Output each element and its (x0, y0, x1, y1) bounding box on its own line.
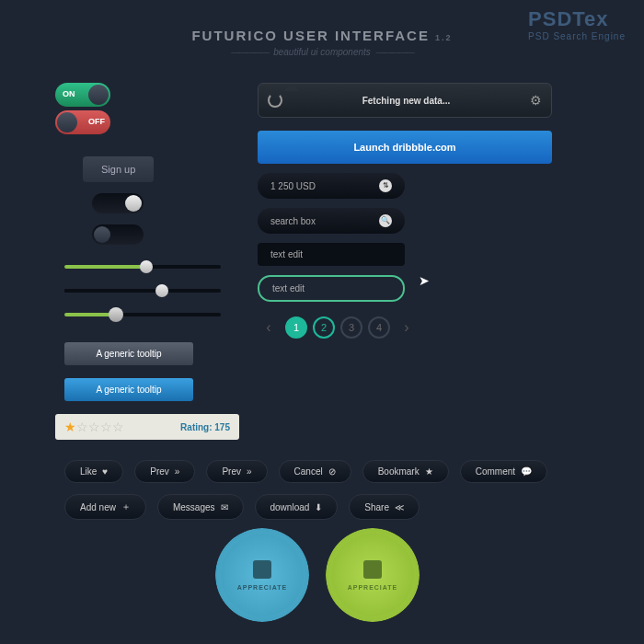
brand-logo: PSDTexPSD Search Engine (528, 7, 626, 41)
comment-button[interactable]: Comment💬 (460, 460, 547, 483)
page-next[interactable]: › (396, 316, 418, 339)
cursor-icon: ➤ (419, 273, 430, 288)
thumb-icon (363, 560, 382, 579)
text-edit-2[interactable]: text edit (258, 275, 405, 302)
updown-icon: ⇅ (379, 179, 392, 192)
amount-select[interactable]: 1 250 USD⇅ (258, 173, 405, 199)
chevrons-icon: » (175, 466, 180, 477)
tooltip-blue: A generic tooltip (64, 378, 193, 401)
share-icon: ≪ (395, 502, 404, 512)
download-button[interactable]: download⬇ (255, 494, 339, 520)
page-1[interactable]: 1 (285, 316, 307, 339)
comment-icon: 💬 (521, 466, 532, 477)
refresh-icon[interactable] (268, 93, 282, 108)
switch-1[interactable] (92, 193, 144, 213)
heart-icon: ♥ (102, 466, 108, 477)
signup-button[interactable]: Sign up (83, 156, 154, 182)
pagination: ‹ 1 2 3 4 › (258, 316, 607, 339)
mail-icon: ✉ (221, 502, 228, 512)
thumb-icon (253, 560, 271, 579)
cancel-icon: ⊘ (328, 466, 336, 477)
plus-icon: ＋ (121, 500, 131, 513)
slider-2[interactable] (64, 289, 221, 293)
bookmark-button[interactable]: Bookmark★ (362, 460, 449, 483)
like-button[interactable]: Like♥ (64, 460, 123, 483)
page-4[interactable]: 4 (368, 316, 390, 339)
gear-icon[interactable]: ⚙ (530, 93, 542, 108)
search-icon: 🔍 (379, 214, 392, 227)
status-panel: Fetching new data... ⚙ (258, 83, 552, 118)
page-prev[interactable]: ‹ (258, 316, 280, 339)
prev2-button[interactable]: Prev» (206, 460, 267, 483)
toggle-on[interactable]: ON (55, 83, 110, 107)
cancel-button[interactable]: Cancel⊘ (279, 460, 351, 483)
page-subtitle: beautiful ui components (0, 47, 644, 57)
star-icon: ★ (425, 466, 433, 477)
appreciate-badge-green[interactable]: APPRECIATE (331, 534, 414, 616)
addnew-button[interactable]: Add new＋ (64, 494, 146, 520)
text-edit-1[interactable]: text edit (258, 243, 405, 266)
prev-button[interactable]: Prev» (134, 460, 195, 483)
page-2[interactable]: 2 (313, 316, 335, 339)
page-3[interactable]: 3 (340, 316, 362, 339)
switch-2[interactable] (92, 224, 144, 245)
star-icon: ★ (64, 420, 76, 434)
slider-1[interactable] (64, 265, 221, 269)
tooltip-grey: A generic tooltip (64, 342, 193, 365)
download-icon: ⬇ (315, 502, 322, 512)
slider-3[interactable] (64, 313, 221, 316)
appreciate-badge-blue[interactable]: APPRECIATE (221, 534, 304, 616)
messages-button[interactable]: Messages✉ (157, 494, 244, 520)
share-button[interactable]: Share≪ (349, 494, 420, 520)
chevrons-icon: » (247, 466, 252, 477)
search-input[interactable]: search box🔍 (258, 208, 405, 234)
rating-box: ★☆☆☆☆ Rating: 175 (55, 414, 239, 440)
launch-button[interactable]: Launch dribbble.com (258, 131, 552, 164)
toggle-off[interactable]: OFF (55, 110, 110, 134)
